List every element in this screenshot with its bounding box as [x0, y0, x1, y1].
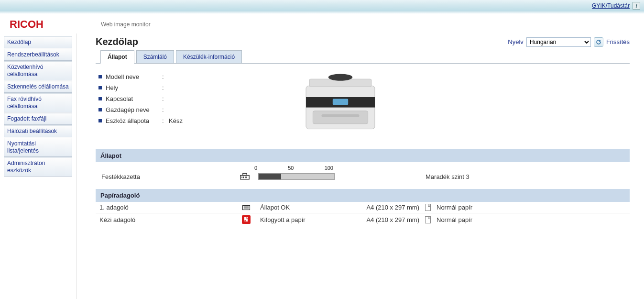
tab-device-info[interactable]: Készülék-információ	[176, 50, 242, 64]
info-icon[interactable]: i	[633, 2, 640, 10]
tray-paper-size: A4 (210 x 297 mm)	[357, 216, 419, 223]
language-label: Nyelv	[508, 38, 524, 45]
tray-paper-type: Normál papír	[437, 216, 626, 223]
row-contact: Kapcsolat :	[98, 93, 183, 104]
main-content: Kezdőlap Nyelv Hungarian Frissítés Állap…	[76, 33, 644, 235]
tray-name: Kézi adagoló	[99, 216, 238, 223]
portrait-icon	[425, 204, 431, 211]
sidebar-item-fax-speed-dial-dest[interactable]: Fax rövidhívó célállomása	[4, 93, 72, 112]
toner-row: Festékkazetta Maradék szint 3	[98, 172, 628, 184]
scale-max: 100	[325, 165, 333, 171]
sidebar-item-admin-tools[interactable]: Adminisztrátori eszközök	[4, 157, 72, 177]
bullet-icon	[98, 119, 102, 122]
svg-point-5	[328, 74, 352, 80]
tabs: Állapot Számláló Készülék-információ	[96, 50, 630, 64]
row-host-name: Gazdagép neve :	[98, 104, 183, 115]
paper-out-icon	[243, 217, 249, 222]
toner-scale: 0 50 100	[254, 165, 333, 172]
tab-counter[interactable]: Számláló	[136, 50, 174, 64]
logo: RICOH	[10, 18, 44, 31]
sidebar-item-system-settings[interactable]: Rendszerbeállítások	[4, 49, 72, 61]
tray-ok-icon	[242, 204, 251, 211]
svg-rect-2	[333, 99, 348, 105]
header-subtitle: Web image monitor	[101, 21, 151, 28]
paper-table: 1. adagoló Állapot OK A4 (210 x 297 mm) …	[96, 202, 630, 226]
faq-link[interactable]: GYIK/Tudástár	[592, 2, 630, 9]
tray-status-icon-ok	[242, 204, 256, 211]
svg-rect-14	[244, 206, 249, 207]
section-heading-paper: Papíradagoló	[96, 189, 630, 202]
printer-icon	[297, 71, 383, 140]
language-select[interactable]: Hungarian	[526, 37, 591, 47]
top-bar: GYIK/Tudástár i	[0, 0, 644, 11]
svg-rect-10	[245, 177, 246, 178]
tray-status-text: Állapot OK	[260, 204, 353, 211]
sidebar-item-print-list-report[interactable]: Nyomtatási lista/jelentés	[4, 138, 72, 157]
bullet-icon	[98, 97, 102, 100]
sidebar-item-scan-dest[interactable]: Szkennelés célállomása	[4, 81, 72, 93]
bullet-icon	[98, 86, 102, 89]
tab-status[interactable]: Állapot	[100, 50, 134, 64]
toner-bar-fill	[259, 174, 281, 179]
language-controls: Nyelv Hungarian Frissítés	[508, 37, 630, 47]
device-properties: Modell neve : Hely : Kapcsolat :	[96, 71, 183, 126]
sidebar: Kezdőlap Rendszerbeállítások Közvetlenhí…	[0, 33, 76, 299]
sidebar-item-home[interactable]: Kezdőlap	[4, 36, 72, 48]
svg-rect-6	[321, 114, 359, 117]
bullet-icon	[98, 108, 102, 111]
svg-rect-11	[246, 177, 247, 178]
refresh-link[interactable]: Frissítés	[606, 38, 630, 45]
row-device-status: Eszköz állapota : Kész	[98, 115, 183, 126]
header: RICOH Web image monitor	[0, 11, 644, 33]
sidebar-item-quick-dial-dest[interactable]: Közvetlenhívó célállomása	[4, 61, 72, 80]
refresh-button[interactable]	[594, 37, 603, 47]
printer-image	[297, 71, 383, 142]
portrait-icon	[425, 216, 431, 223]
tray-name: 1. adagoló	[99, 204, 238, 211]
toner-remaining-text: Maradék szint 3	[426, 173, 469, 180]
row-location: Hely :	[98, 82, 183, 93]
sidebar-item-received-fax-file[interactable]: Fogadott faxfájl	[4, 113, 72, 125]
tray-paper-type: Normál papír	[437, 204, 626, 211]
scale-min: 0	[254, 165, 257, 171]
tray-status-text: Kifogyott a papír	[260, 216, 353, 223]
toner-label: Festékkazetta	[101, 173, 240, 180]
sidebar-item-network-settings[interactable]: Hálózati beállítások	[4, 125, 72, 137]
refresh-icon	[596, 39, 601, 45]
svg-rect-12	[243, 173, 247, 175]
tray-paper-size: A4 (210 x 297 mm)	[357, 204, 419, 211]
device-overview: Modell neve : Hely : Kapcsolat :	[96, 71, 630, 142]
table-row: Kézi adagoló Kifogyott a papír A4 (210 x…	[96, 213, 630, 226]
svg-rect-8	[241, 177, 242, 178]
svg-rect-9	[243, 177, 244, 178]
svg-rect-15	[244, 208, 249, 209]
bullet-icon	[98, 75, 102, 78]
table-row: 1. adagoló Állapot OK A4 (210 x 297 mm) …	[96, 202, 630, 213]
tray-status-icon-error	[242, 215, 256, 224]
status-section: 0 50 100 Festékkazetta Maradék szint 3	[96, 162, 630, 189]
section-heading-status: Állapot	[96, 149, 630, 162]
toner-bar	[258, 173, 335, 180]
svg-rect-3	[313, 111, 368, 124]
scale-mid: 50	[288, 165, 294, 171]
row-model-name: Modell neve :	[98, 71, 183, 82]
toner-cartridge-icon	[240, 173, 250, 180]
page-title: Kezdőlap	[96, 36, 138, 47]
